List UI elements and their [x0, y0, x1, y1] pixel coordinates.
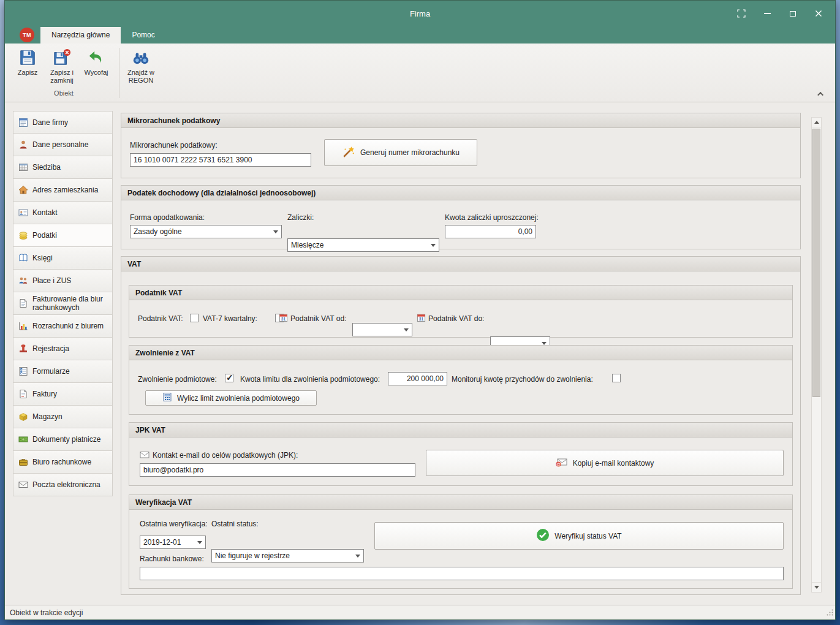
verify-vat-status-button[interactable]: Weryfikuj status VAT [374, 522, 784, 550]
undo-button[interactable]: Wycofaj [80, 47, 113, 77]
collapse-ribbon-icon[interactable] [817, 90, 825, 97]
generate-microaccount-button[interactable]: Generuj numer mikrorachunku [324, 139, 477, 166]
calendar-icon: 31 [279, 313, 288, 325]
rachunki-bankowe-input[interactable] [140, 567, 784, 580]
kwota-limitu-input[interactable]: 200 000,00 [388, 372, 447, 385]
verify-vat-status-label: Weryfikuj status VAT [554, 532, 621, 540]
sidebar-item-siedziba[interactable]: Siedziba [13, 156, 113, 179]
sidebar-item-label: Płace i ZUS [32, 276, 71, 285]
sidebar-item-label: Podatki [32, 231, 57, 240]
calculator-icon [162, 392, 172, 404]
sidebar-item-place-i-zus[interactable]: Płace i ZUS [13, 270, 113, 292]
sidebar-item-dane-firmy[interactable]: Dane firmy [13, 111, 113, 134]
fit-window-icon[interactable] [732, 6, 751, 21]
resize-grip-icon[interactable] [826, 608, 834, 618]
statusbar: Obiekt w trakcie edycji [5, 605, 835, 619]
sidebar-item-label: Faktury [32, 390, 57, 398]
monitoruj-kwote-checkbox[interactable] [612, 374, 621, 382]
podatnik-vat-checkbox[interactable] [190, 314, 199, 322]
subgroup-jpk-vat: JPK VAT Kontakt e-mail do celów podatkow… [129, 422, 793, 486]
sidebar-item-biuro-rachunkowe[interactable]: Biuro rachunkowe [13, 451, 113, 474]
chevron-down-icon [401, 324, 411, 335]
svg-text:@: @ [556, 462, 561, 466]
company-form-icon [18, 118, 28, 127]
jpk-email-input[interactable]: biuro@podatki.pro [140, 463, 415, 477]
sidebar-item-poczta-elektroniczna[interactable]: Poczta elektroniczna [13, 474, 113, 496]
save-close-button[interactable]: Zapisz i zamknij [45, 47, 78, 85]
sidebar-item-dane-personalne[interactable]: Dane personalne [13, 134, 113, 156]
table-icon [18, 162, 28, 172]
sidebar-item-ksiegi[interactable]: Księgi [13, 247, 113, 270]
jpk-email-label: Kontakt e-mail do celów podatkowych (JPK… [153, 451, 298, 460]
mikrorachunek-input[interactable]: 16 1010 0071 2222 5731 6521 3900 [130, 153, 311, 167]
sidebar-item-label: Magazyn [32, 412, 62, 421]
minimize-icon[interactable] [758, 6, 776, 21]
sidebar-item-label: Kontakt [32, 208, 58, 217]
scroll-up-icon[interactable] [812, 118, 821, 127]
podatnik-vat-label: Podatnik VAT: [138, 314, 183, 323]
podatnik-vat-od-select[interactable] [352, 323, 412, 336]
zaliczki-select[interactable]: Miesięcze [287, 238, 439, 252]
chevron-down-icon [195, 537, 205, 548]
ostatnia-weryfikacja-value: 2019-12-01 [143, 538, 181, 547]
chevron-down-icon [271, 226, 281, 237]
sidebar-item-rejestracja[interactable]: Rejestracja [13, 338, 113, 360]
group-header-vat: VAT [121, 257, 800, 271]
sidebar-item-kontakt[interactable]: Kontakt [13, 202, 113, 224]
sidebar-item-faktury[interactable]: Faktury [13, 383, 113, 406]
subheader-weryfikacja-vat: Weryfikacja VAT [129, 495, 792, 510]
mail-icon [18, 480, 28, 490]
sidebar-item-label: Siedziba [32, 163, 61, 172]
forma-opodatkowania-select[interactable]: Zasady ogólne [130, 225, 282, 238]
sidebar-item-label: Dane firmy [32, 118, 68, 127]
content: Mikrorachunek podatkowy Mikrorachunek po… [121, 113, 801, 605]
ribbon-group-label: Obiekt [11, 89, 116, 97]
window-title: Firma [410, 9, 430, 18]
zwolnienie-podmiotowe-checkbox[interactable] [225, 374, 233, 382]
scroll-down-icon[interactable] [812, 582, 821, 592]
wylicz-limit-button[interactable]: Wylicz limit zwolnienia podmiotowego [145, 390, 317, 406]
sidebar-item-label: Poczta elektroniczna [32, 480, 100, 489]
zaliczki-value: Miesięcze [291, 241, 324, 249]
briefcase-icon [18, 457, 28, 467]
group-header-podatek-dochodowy: Podatek dochodowy (dla działalności jedn… [121, 186, 800, 200]
vertical-scrollbar[interactable] [811, 117, 822, 593]
ribbon-separator [119, 48, 119, 98]
scrollbar-thumb[interactable] [812, 129, 820, 397]
ostatni-status-label: Ostatni status: [211, 520, 259, 528]
sidebar-item-fakturowanie-dla-biur[interactable]: Fakturowanie dla biur rachunkowych [13, 292, 113, 315]
sidebar-item-adres-zamieszkania[interactable]: Adres zamieszkania [13, 179, 113, 202]
ostatni-status-value: Nie figuruje w rejestrze [215, 551, 290, 560]
app-window: Firma TM Narzędzia główne Pomoc [4, 0, 836, 620]
app-logo[interactable]: TM [20, 28, 34, 42]
save-button-label: Zapisz [18, 69, 37, 77]
podatnik-vat-do-label: Podatnik VAT do: [428, 314, 484, 323]
banknote-icon [18, 434, 28, 444]
close-icon[interactable] [809, 6, 828, 21]
svg-text:31: 31 [419, 317, 424, 321]
ostatni-status-select[interactable]: Nie figuruje w rejestrze [211, 549, 364, 562]
tab-narzedzia-glowne[interactable]: Narzędzia główne [40, 27, 121, 44]
subheader-zwolnienie-vat: Zwolnienie z VAT [129, 346, 792, 360]
main-area: Dane firmy Dane personalne Siedziba Adre… [5, 102, 835, 605]
sidebar-item-rozrachunki-z-biurem[interactable]: Rozrachunki z biurem [13, 315, 113, 338]
maximize-icon[interactable] [784, 6, 802, 21]
sidebar-item-magazyn[interactable]: Magazyn [13, 406, 113, 428]
subheader-podatnik-vat: Podatnik VAT [129, 286, 792, 300]
tab-pomoc[interactable]: Pomoc [121, 27, 165, 44]
group-vat: VAT Podatnik VAT Podatnik VAT: VAT-7 kwa… [121, 256, 801, 595]
chevron-down-icon [353, 550, 363, 561]
subgroup-podatnik-vat: Podatnik VAT Podatnik VAT: VAT-7 kwartal… [129, 285, 793, 338]
copy-email-button[interactable]: @ Kopiuj e-mail kontaktowy [426, 450, 784, 476]
mikrorachunek-label: Mikrorachunek podatkowy: [130, 141, 218, 150]
ostatnia-weryfikacja-datepicker[interactable]: 2019-12-01 [140, 536, 206, 549]
save-icon [18, 48, 37, 67]
sidebar-item-podatki[interactable]: Podatki [13, 224, 113, 247]
sidebar-item-dokumenty-platnicze[interactable]: Dokumenty płatnicze [13, 428, 113, 451]
kwota-zaliczki-input[interactable]: 0,00 [445, 225, 536, 238]
sidebar-item-formularze[interactable]: Formularze [13, 360, 113, 383]
sidebar-item-label: Adres zamieszkania [32, 186, 98, 194]
find-regon-button[interactable]: Znajdź w REGON [124, 47, 157, 85]
save-button[interactable]: Zapisz [11, 47, 44, 77]
zwolnienie-podmiotowe-label: Zwolnienie podmiotowe: [138, 375, 217, 384]
